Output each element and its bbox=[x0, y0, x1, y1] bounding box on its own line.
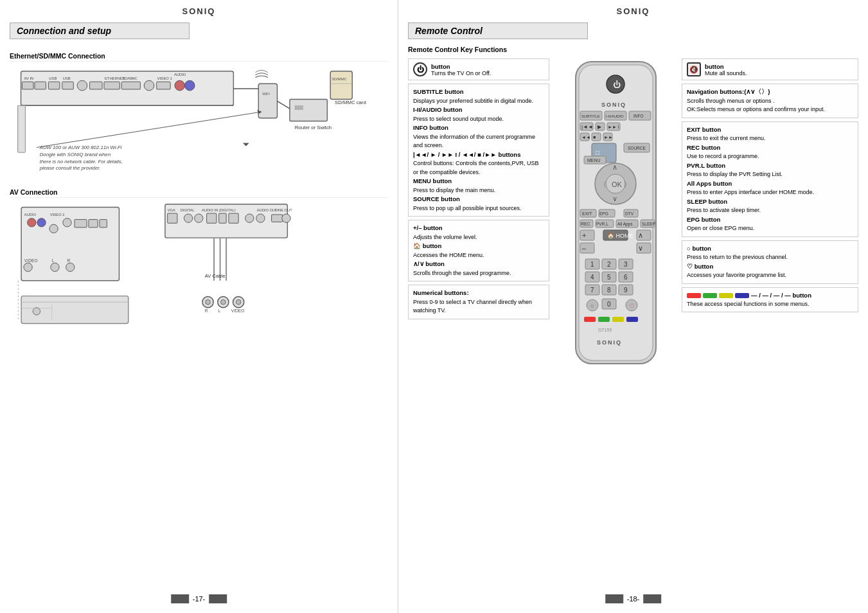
exit-desc: Press to exit the current menu. bbox=[687, 134, 853, 143]
vol-desc: Adjusts the volume level. bbox=[413, 233, 544, 242]
allapps-title: All Apps button bbox=[687, 180, 732, 187]
svg-point-87 bbox=[236, 299, 241, 305]
svg-point-14 bbox=[144, 80, 154, 91]
rec-title: REC button bbox=[687, 144, 720, 151]
power-desc: Turns the TV On or Off. bbox=[431, 70, 491, 76]
svg-text:L: L bbox=[218, 308, 221, 313]
color-btn-title: — / — / — / — button bbox=[751, 291, 811, 300]
fav-desc: Accesses your favorite programme list. bbox=[687, 271, 853, 280]
sleep-desc: Press to activate sleep timer. bbox=[687, 206, 853, 215]
svg-text:2: 2 bbox=[607, 261, 611, 268]
svg-text:I-II/AUDIO: I-II/AUDIO bbox=[606, 114, 624, 118]
svg-point-56 bbox=[66, 263, 75, 271]
allapps-desc: Press to enter Apps interface under HOME… bbox=[687, 188, 853, 197]
svg-point-78 bbox=[282, 214, 290, 222]
svg-text:REC: REC bbox=[581, 222, 590, 226]
svg-rect-48 bbox=[75, 220, 87, 227]
svg-text:🏠 HOME: 🏠 HOME bbox=[607, 232, 633, 240]
svg-rect-22 bbox=[18, 105, 26, 152]
svg-text:∨: ∨ bbox=[612, 195, 617, 202]
svg-point-47 bbox=[63, 218, 71, 227]
mute-label: button bbox=[705, 63, 747, 70]
svg-text:◄◄: ◄◄ bbox=[581, 135, 590, 139]
navigation-block: Navigation buttons:(∧∨〈〉) Scrolls throug… bbox=[682, 84, 858, 118]
svg-text:AV Cable: AV Cable bbox=[205, 273, 226, 279]
svg-marker-34 bbox=[243, 143, 249, 147]
svg-text:3: 3 bbox=[624, 261, 628, 268]
svg-text:EPG: EPG bbox=[599, 211, 608, 216]
left-soniq-logo: SONIQ bbox=[182, 6, 216, 16]
svg-text:R: R bbox=[67, 258, 71, 263]
green-btn-icon bbox=[703, 293, 717, 298]
svg-text:INFO: INFO bbox=[633, 114, 644, 118]
nav-desc2: OK:Selects menus or options and confirms… bbox=[687, 105, 853, 114]
source-desc: Press to pop up all possible input sourc… bbox=[413, 204, 544, 213]
svg-text:DIGITAL: DIGITAL bbox=[181, 208, 195, 212]
svg-rect-5 bbox=[48, 82, 60, 89]
svg-text:OK: OK bbox=[612, 181, 623, 188]
svg-rect-178 bbox=[612, 317, 624, 322]
svg-point-71 bbox=[195, 214, 203, 222]
svg-text:■: ■ bbox=[593, 135, 596, 139]
svg-text:EXIT: EXIT bbox=[582, 211, 592, 216]
svg-text:4: 4 bbox=[590, 274, 594, 281]
svg-text:SLEEP: SLEEP bbox=[642, 222, 655, 226]
svg-point-19 bbox=[184, 80, 195, 91]
svg-point-75 bbox=[245, 214, 254, 222]
svg-text:SONIQ: SONIQ bbox=[597, 339, 622, 346]
svg-text:8: 8 bbox=[607, 287, 611, 294]
svg-text:||||||||: |||||||| bbox=[295, 105, 303, 110]
svg-line-33 bbox=[277, 101, 289, 109]
transport-title: |◄◄/ ► / ►► I / ◄◄/ ■ /►► buttons bbox=[413, 151, 520, 158]
right-key-functions: 🔇 button Mute all sounds. Navigation but… bbox=[682, 58, 858, 380]
mute-icon: 🔇 bbox=[687, 62, 701, 76]
svg-point-60 bbox=[33, 308, 40, 315]
numerical-block: Numerical buttons: Press 0-9 to select a… bbox=[408, 285, 549, 319]
return-block: ○ button Press to return to the previous… bbox=[682, 240, 858, 284]
pvrl-desc: Press to display the PVR Setting List. bbox=[687, 170, 853, 179]
rec-desc: Use to record a programme. bbox=[687, 152, 853, 161]
left-top-bar: SONIQ bbox=[10, 6, 388, 16]
home-label: button bbox=[423, 242, 442, 249]
svg-text:+: + bbox=[582, 231, 586, 239]
pvrl-title: PVR.L button bbox=[687, 162, 725, 169]
vol-title: +/– button bbox=[413, 224, 443, 231]
svg-text:□: □ bbox=[596, 149, 599, 156]
svg-text:R: R bbox=[205, 308, 208, 313]
svg-text:∨: ∨ bbox=[638, 244, 643, 252]
svg-text:SD/MMC: SD/MMC bbox=[122, 76, 137, 80]
svg-text:0: 0 bbox=[607, 301, 611, 308]
svg-rect-179 bbox=[626, 317, 638, 322]
svg-text:USB: USB bbox=[49, 76, 57, 80]
svg-text:AUDIO OUT: AUDIO OUT bbox=[257, 208, 278, 212]
right-panel: SONIQ Remote Control Remote Control Key … bbox=[398, 0, 868, 613]
svg-text:6: 6 bbox=[624, 274, 628, 281]
sleep-title: SLEEP button bbox=[687, 198, 727, 205]
iiaudio-title: I-II/AUDIO button bbox=[413, 106, 463, 113]
svg-text:PVR.L: PVR.L bbox=[596, 222, 608, 226]
svg-text:|◄◄: |◄◄ bbox=[581, 124, 593, 130]
svg-text:AUDIO IN (DIGITAL): AUDIO IN (DIGITAL) bbox=[202, 208, 236, 212]
transport-desc: Control buttons: Controls the contents,P… bbox=[413, 159, 544, 177]
mute-desc: Mute all sounds. bbox=[705, 70, 747, 76]
menu-desc: Press to display the main menu. bbox=[413, 186, 544, 195]
nav-desc1: Scrolls through menus or options . bbox=[687, 97, 853, 106]
left-panel: SONIQ Connection and setup Ethernet/SD/M… bbox=[0, 0, 398, 613]
svg-text:1: 1 bbox=[590, 261, 594, 268]
svg-text:MENU: MENU bbox=[587, 158, 601, 163]
right-top-bar: SONIQ bbox=[408, 6, 858, 16]
remote-image-area: ⏻ SONIQ SUBTITLE I-II/AUDIO INFO |◄◄ ▶ ►… bbox=[554, 58, 677, 380]
svg-text:WiFi: WiFi bbox=[262, 92, 270, 96]
page-number-right: -18- bbox=[605, 594, 662, 603]
svg-rect-177 bbox=[598, 317, 610, 322]
svg-text:AUDIO: AUDIO bbox=[174, 73, 186, 76]
svg-rect-7 bbox=[62, 82, 74, 89]
svg-text:Dongle with SONIQ brand when: Dongle with SONIQ brand when bbox=[40, 152, 111, 157]
svg-point-83 bbox=[206, 299, 211, 305]
svg-rect-74 bbox=[229, 213, 238, 223]
info-desc: Views the information of the current pro… bbox=[413, 133, 544, 150]
numerical-desc: Press 0-9 to select a TV channel directl… bbox=[413, 298, 544, 315]
svg-text:AUDIO: AUDIO bbox=[24, 213, 37, 217]
svg-point-55 bbox=[51, 263, 59, 271]
svg-text:SONIQ: SONIQ bbox=[601, 102, 626, 108]
